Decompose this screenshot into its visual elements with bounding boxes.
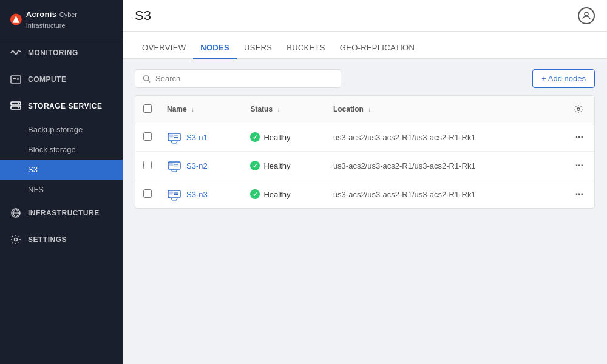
content-area: + Add nodes Name ↓ Status <box>123 59 607 364</box>
sidebar-item-monitoring[interactable]: MONITORING <box>0 39 123 66</box>
monitoring-icon <box>10 47 22 59</box>
logo: Acronis Cyber Infrastructure <box>0 0 123 39</box>
gear-button[interactable] <box>571 102 586 116</box>
table-body: S3-n1 Healthy us3-acs2/us3-acs2-R1/us3-a… <box>135 123 594 209</box>
sidebar-item-compute-label: COMPUTE <box>28 75 67 84</box>
table-row: S3-n1 Healthy us3-acs2/us3-acs2-R1/us3-a… <box>135 123 594 152</box>
status-dot <box>250 189 260 199</box>
svg-point-12 <box>585 12 588 16</box>
row-checkbox-cell <box>135 180 160 209</box>
row-status-cell: Healthy <box>243 180 325 209</box>
row-checkbox-s3-n3[interactable] <box>143 189 152 198</box>
compute-icon <box>10 73 22 86</box>
svg-rect-21 <box>169 163 173 166</box>
row-status-cell: Healthy <box>243 123 325 152</box>
th-location[interactable]: Location ↓ <box>326 96 564 123</box>
settings-icon <box>10 234 22 246</box>
svg-rect-25 <box>169 192 173 194</box>
sidebar-subitem-nfs-label: NFS <box>28 185 44 194</box>
row-checkbox-s3-n2[interactable] <box>143 161 152 169</box>
tabs-bar: OVERVIEW NODES USERS BUCKETS GEO-REPLICA… <box>123 32 607 59</box>
row-more-button[interactable]: ··· <box>572 130 587 144</box>
svg-rect-17 <box>169 135 173 137</box>
sidebar-item-monitoring-label: MONITORING <box>28 49 78 57</box>
status-label: Healthy <box>263 133 290 142</box>
row-name-cell: S3-n1 <box>160 123 243 152</box>
th-gear <box>564 96 594 123</box>
svg-point-8 <box>18 107 19 109</box>
sidebar-subitem-nfs[interactable]: NFS <box>0 180 123 200</box>
row-checkbox-s3-n1[interactable] <box>143 132 152 141</box>
row-more-button[interactable]: ··· <box>572 187 587 201</box>
sidebar-subitem-s3[interactable]: S3 <box>0 160 123 180</box>
page-title: S3 <box>135 8 151 24</box>
node-icon <box>167 130 181 144</box>
sidebar-subitem-backup-storage[interactable]: Backup storage <box>0 120 123 140</box>
toolbar: + Add nodes <box>135 69 595 88</box>
node-icon <box>167 158 181 173</box>
row-checkbox-cell <box>135 123 160 152</box>
sidebar-item-settings-label: SETTINGS <box>28 235 67 244</box>
svg-rect-2 <box>13 78 16 79</box>
storage-icon <box>10 100 22 112</box>
sort-status-icon: ↓ <box>277 106 280 113</box>
row-actions-cell: ··· <box>564 123 594 152</box>
top-bar: S3 <box>123 0 607 32</box>
location-text: us3-acs2/us3-acs2-R1/us3-acs2-R1-Rk1 <box>333 190 476 199</box>
sort-name-icon: ↓ <box>191 106 194 113</box>
svg-point-11 <box>15 238 18 241</box>
svg-rect-1 <box>11 76 21 83</box>
th-name[interactable]: Name ↓ <box>160 96 243 123</box>
row-location-cell: us3-acs2/us3-acs2-R1/us3-acs2-R1-Rk1 <box>326 123 564 152</box>
sidebar-item-compute[interactable]: COMPUTE <box>0 66 123 93</box>
search-input[interactable] <box>155 74 333 83</box>
tab-overview[interactable]: OVERVIEW <box>135 36 193 59</box>
row-status-cell: Healthy <box>243 152 325 180</box>
main-content: S3 OVERVIEW NODES USERS BUCKETS GEO-REPL… <box>123 0 607 364</box>
th-checkbox <box>135 96 160 123</box>
status-dot <box>250 132 260 142</box>
row-name-cell: S3-n2 <box>160 152 243 180</box>
svg-point-13 <box>143 75 148 80</box>
tab-buckets[interactable]: BUCKETS <box>279 36 333 59</box>
sidebar-subitem-block-storage-label: Block storage <box>28 145 76 154</box>
sidebar-item-infrastructure-label: INFRASTRUCTURE <box>28 209 100 217</box>
node-name-link[interactable]: S3-n2 <box>186 161 208 170</box>
row-location-cell: us3-acs2/us3-acs2-R1/us3-acs2-R1-Rk1 <box>326 180 564 209</box>
sidebar: Acronis Cyber Infrastructure MONITORING … <box>0 0 123 364</box>
node-name-link[interactable]: S3-n1 <box>186 133 208 142</box>
sidebar-item-storage-label: STORAGE SERVICE <box>28 102 102 110</box>
table-header-row: Name ↓ Status ↓ Location ↓ <box>135 96 594 123</box>
tab-geo-replication[interactable]: GEO-REPLICATION <box>333 36 422 59</box>
search-icon <box>143 75 151 83</box>
th-status[interactable]: Status ↓ <box>243 96 325 123</box>
tab-users[interactable]: USERS <box>237 36 279 59</box>
node-icon <box>167 187 181 201</box>
svg-line-14 <box>148 80 150 82</box>
sidebar-subitem-block-storage[interactable]: Block storage <box>0 140 123 160</box>
svg-point-15 <box>577 108 580 110</box>
sidebar-item-infrastructure[interactable]: INFRASTRUCTURE <box>0 200 123 226</box>
status-label: Healthy <box>263 190 290 199</box>
sort-location-icon: ↓ <box>368 106 371 113</box>
infrastructure-icon <box>10 207 22 219</box>
row-more-button[interactable]: ··· <box>572 159 587 172</box>
location-text: us3-acs2/us3-acs2-R1/us3-acs2-R1-Rk1 <box>333 133 476 142</box>
row-name-cell: S3-n3 <box>160 180 243 209</box>
node-name-link[interactable]: S3-n3 <box>186 190 208 199</box>
table-row: S3-n3 Healthy us3-acs2/us3-acs2-R1/us3-a… <box>135 180 594 209</box>
sidebar-item-storage[interactable]: STORAGE SERVICE <box>0 93 123 120</box>
gear-icon <box>574 104 583 114</box>
sidebar-nav: MONITORING COMPUTE STORAGE SERVICE <box>0 39 123 253</box>
status-dot <box>250 161 260 170</box>
user-icon <box>582 11 591 21</box>
row-location-cell: us3-acs2/us3-acs2-R1/us3-acs2-R1-Rk1 <box>326 152 564 180</box>
select-all-checkbox[interactable] <box>143 104 152 113</box>
search-box[interactable] <box>135 69 341 88</box>
row-checkbox-cell <box>135 152 160 180</box>
sidebar-item-settings[interactable]: SETTINGS <box>0 226 123 253</box>
user-avatar[interactable] <box>578 7 595 24</box>
tab-nodes[interactable]: NODES <box>193 36 237 59</box>
location-text: us3-acs2/us3-acs2-R1/us3-acs2-R1-Rk1 <box>333 161 476 170</box>
add-nodes-button[interactable]: + Add nodes <box>532 69 595 88</box>
